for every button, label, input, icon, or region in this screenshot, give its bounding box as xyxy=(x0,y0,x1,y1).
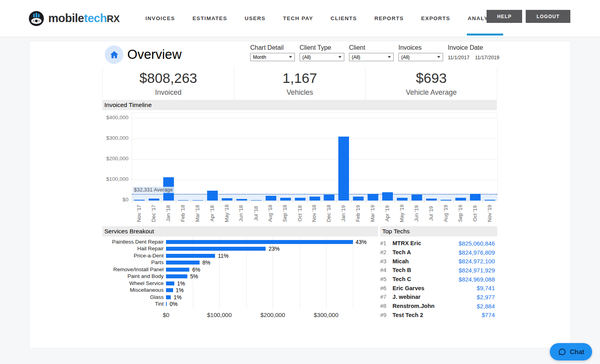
nav-item-exports[interactable]: EXPORTS xyxy=(421,0,451,37)
timeline-bar[interactable] xyxy=(266,196,276,201)
help-button[interactable]: HELP xyxy=(487,10,523,23)
top-tech-row[interactable]: #8Renstrom.John$2,884 xyxy=(380,302,497,311)
timeline-x-label: Sep '19 xyxy=(453,202,468,225)
tech-value[interactable]: $9,741 xyxy=(477,285,497,291)
tech-value[interactable]: $825,060,846 xyxy=(458,240,497,247)
timeline-bar[interactable] xyxy=(426,199,437,201)
timeline-bar[interactable] xyxy=(441,200,451,201)
nav-item-clients[interactable]: CLIENTS xyxy=(330,0,357,37)
service-bar[interactable] xyxy=(166,261,200,265)
service-bar[interactable] xyxy=(166,295,171,299)
tech-value[interactable]: $824,971,929 xyxy=(458,267,497,274)
logout-button[interactable]: LOGOUT xyxy=(526,10,570,23)
timeline-bar[interactable] xyxy=(192,200,203,201)
timeline-bar[interactable] xyxy=(455,198,466,201)
service-bar[interactable] xyxy=(166,288,173,292)
client-label: Client xyxy=(349,44,398,51)
service-bar[interactable] xyxy=(166,281,174,285)
client-select[interactable]: (All) xyxy=(349,53,394,61)
timeline-bar[interactable] xyxy=(134,200,145,201)
logo[interactable]: mobiletechRX xyxy=(28,11,119,26)
timeline-x-label: Nov '19 xyxy=(482,202,497,225)
nav-item-reports[interactable]: REPORTS xyxy=(374,0,404,37)
timeline-bar[interactable] xyxy=(222,198,232,201)
timeline-bar[interactable] xyxy=(149,199,159,201)
timeline-bar[interactable] xyxy=(207,191,218,201)
timeline-x-label-text: Apr '19 xyxy=(384,205,390,221)
page: mobiletechRX INVOICESESTIMATESUSERSTECH … xyxy=(0,0,600,364)
dropdown-arrow-icon xyxy=(289,56,292,58)
timeline-bar[interactable] xyxy=(178,200,189,201)
nav-item-estimates[interactable]: ESTIMATES xyxy=(192,0,227,37)
service-bar[interactable] xyxy=(166,274,187,278)
timeline-bar[interactable] xyxy=(411,195,422,201)
content-card: Overview Chart Detail Month Client Type … xyxy=(30,41,570,348)
kpi-vehicles: 1,167 Vehicles xyxy=(234,67,366,100)
timeline-bar[interactable] xyxy=(368,194,378,201)
timeline-x-label-text: Sep '19 xyxy=(457,205,463,222)
top-tech-row[interactable]: #4Tech B$824,971,929 xyxy=(380,266,497,275)
top-tech-row[interactable]: #9Test Tech 2$774 xyxy=(380,311,497,320)
invoice-date-start[interactable]: 11/1/2017 xyxy=(448,55,470,60)
tech-rank: #1 xyxy=(380,240,392,246)
chart-detail-select[interactable]: Month xyxy=(250,53,295,61)
service-label: Miscellaneous xyxy=(93,287,164,293)
tech-value[interactable]: $2,977 xyxy=(477,294,497,300)
invoices-select[interactable]: (All) xyxy=(398,53,443,61)
timeline-x-label-text: Aug '19 xyxy=(443,205,449,222)
tech-name: Tech C xyxy=(392,276,411,282)
kpi-row: $808,263 Invoiced 1,167 Vehicles $693 Ve… xyxy=(102,67,497,100)
timeline-x-label: Apr '19 xyxy=(380,202,394,225)
tech-value[interactable]: $824,972,100 xyxy=(458,258,497,265)
nav-item-tech-pay[interactable]: TECH PAY xyxy=(283,0,313,37)
timeline-bar[interactable] xyxy=(485,200,495,201)
timeline-bar[interactable] xyxy=(251,200,262,201)
timeline-x-label: Feb '18 xyxy=(175,202,190,225)
nav-item-users[interactable]: USERS xyxy=(245,0,266,37)
dropdown-arrow-icon xyxy=(338,56,342,58)
service-bar[interactable] xyxy=(166,268,189,272)
service-bar[interactable] xyxy=(166,247,266,251)
tech-value[interactable]: $824,969,088 xyxy=(458,276,497,283)
timeline-bar[interactable] xyxy=(470,194,481,201)
logo-text-tech: tech xyxy=(84,12,107,24)
timeline-gridline xyxy=(132,118,497,118)
service-bar[interactable] xyxy=(166,240,353,244)
tech-value[interactable]: $824,976,809 xyxy=(458,249,497,256)
top-tech-row[interactable]: #2Tech A$824,976,809 xyxy=(380,248,497,257)
service-percent-label: 5% xyxy=(190,273,198,280)
timeline-bar[interactable] xyxy=(295,198,306,201)
timeline-bar[interactable] xyxy=(280,198,291,201)
timeline-bar[interactable] xyxy=(236,199,247,201)
top-tech-row[interactable]: #3Micah$824,972,100 xyxy=(380,257,497,266)
service-bar[interactable] xyxy=(166,302,167,306)
invoiced-timeline-header: Invoiced Timeline xyxy=(102,100,497,110)
timeline-x-label: Oct '19 xyxy=(468,202,482,225)
timeline-bar[interactable] xyxy=(309,197,320,201)
service-percent-label: 1% xyxy=(177,280,185,287)
chat-button[interactable]: Chat xyxy=(550,343,592,360)
timeline-bar[interactable] xyxy=(382,192,393,201)
invoice-date-end[interactable]: 11/17/2019 xyxy=(475,55,500,60)
tech-value[interactable]: $774 xyxy=(482,311,497,318)
top-tech-row[interactable]: #5Tech C$824,969,088 xyxy=(380,275,497,284)
service-bar[interactable] xyxy=(166,254,215,258)
timeline-bar[interactable] xyxy=(353,197,364,201)
tech-value[interactable]: $2,884 xyxy=(477,303,497,310)
timeline-bar[interactable] xyxy=(397,198,408,201)
client-type-select[interactable]: (All) xyxy=(300,53,344,61)
tech-name: Tech B xyxy=(392,267,411,273)
service-percent-label: 8% xyxy=(202,259,210,266)
top-tech-row[interactable]: #6Eric Garves$9,741 xyxy=(380,283,497,293)
kpi-label: Vehicle Average xyxy=(406,88,457,97)
service-label: Paintless Dent Repair xyxy=(93,239,164,245)
timeline-x-label-text: Nov '18 xyxy=(311,205,317,222)
top-tech-row[interactable]: #7J. webinar$2,977 xyxy=(380,293,497,302)
chart-detail-value: Month xyxy=(253,54,266,60)
timeline-x-label: Feb '19 xyxy=(351,202,365,225)
nav-item-invoices[interactable]: INVOICES xyxy=(145,0,175,37)
top-tech-row[interactable]: #1MTRX Eric$825,060,846 xyxy=(380,239,497,248)
timeline-x-label: Oct '18 xyxy=(292,202,307,225)
timeline-bar[interactable] xyxy=(338,137,349,201)
timeline-bar[interactable] xyxy=(324,195,334,201)
